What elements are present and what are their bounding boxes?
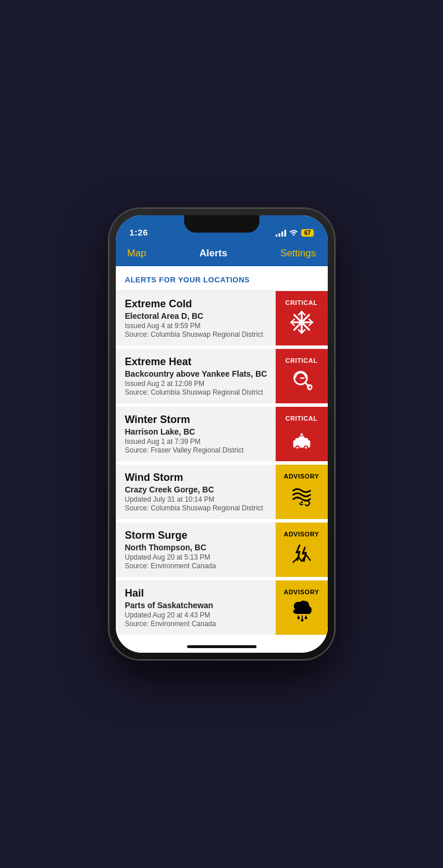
status-icons: 67 xyxy=(276,229,313,237)
alert-title-2: Winter Storm xyxy=(125,414,270,426)
alert-severity-label-2: CRITICAL xyxy=(285,415,317,422)
alert-icon-2 xyxy=(289,425,314,453)
alert-badge-2: CRITICAL xyxy=(276,407,328,461)
alert-source-3: Source: Columbia Shuswap Regional Distri… xyxy=(125,504,270,512)
alert-item[interactable]: Extreme Cold Electoral Area D, BC Issued… xyxy=(116,291,328,349)
alert-badge-3: ADVISORY xyxy=(276,465,328,519)
alert-badge-0: CRITICAL xyxy=(276,291,328,345)
notch xyxy=(184,215,259,233)
alert-severity-label-1: CRITICAL xyxy=(285,357,317,364)
alert-item[interactable]: Storm Surge North Thompson, BC Updated A… xyxy=(116,523,328,580)
section-title: ALERTS FOR YOUR LOCATIONS xyxy=(125,275,250,284)
alert-icon-1 xyxy=(289,367,314,395)
alert-badge-5: ADVISORY xyxy=(276,580,328,635)
alert-issued-1: Issued Aug 2 at 12:08 PM xyxy=(125,380,270,388)
alerts-list: Extreme Cold Electoral Area D, BC Issued… xyxy=(116,291,328,638)
content-area: ALERTS FOR YOUR LOCATIONS Extreme Cold E… xyxy=(116,266,328,653)
svg-point-23 xyxy=(301,501,303,503)
alert-source-2: Source: Fraser Valley Regional District xyxy=(125,446,270,454)
nav-map-link[interactable]: Map xyxy=(127,248,147,259)
alert-title-4: Storm Surge xyxy=(125,529,270,542)
alert-text-4: Storm Surge North Thompson, BC Updated A… xyxy=(116,523,276,577)
alert-location-2: Harrison Lake, BC xyxy=(125,427,270,436)
section-header: ALERTS FOR YOUR LOCATIONS xyxy=(116,266,328,291)
alert-source-5: Source: Environment Canada xyxy=(125,620,270,628)
alert-title-5: Hail xyxy=(125,587,270,599)
alert-issued-0: Issued Aug 4 at 9:59 PM xyxy=(125,322,270,330)
battery-indicator: 67 xyxy=(301,229,313,237)
nav-title: Alerts xyxy=(199,248,227,259)
alert-icon-0 xyxy=(289,310,314,337)
phone-frame: 1:26 67 Map Alerts Settings xyxy=(109,208,335,660)
alert-source-0: Source: Columbia Shuswap Regional Distri… xyxy=(125,330,270,339)
alert-text-3: Wind Storm Crazy Creek Gorge, BC Updated… xyxy=(116,465,276,519)
nav-bar: Map Alerts Settings xyxy=(116,241,328,266)
alert-icon-4 xyxy=(289,541,314,569)
svg-point-12 xyxy=(300,321,303,324)
alert-severity-label-5: ADVISORY xyxy=(284,589,319,595)
alert-icon-3 xyxy=(289,483,314,511)
status-time: 1:26 xyxy=(130,227,148,237)
alert-item[interactable]: Extreme Heat Backcountry above Yankee Fl… xyxy=(116,349,328,407)
alert-location-1: Backcountry above Yankee Flats, BC xyxy=(125,369,270,378)
alert-severity-label-0: CRITICAL xyxy=(285,299,317,306)
alert-severity-label-4: ADVISORY xyxy=(284,531,319,538)
nav-settings-link[interactable]: Settings xyxy=(280,248,316,259)
alert-title-3: Wind Storm xyxy=(125,472,270,484)
alert-badge-4: ADVISORY xyxy=(276,523,328,577)
alert-item[interactable]: Wind Storm Crazy Creek Gorge, BC Updated… xyxy=(116,465,328,523)
alert-badge-1: CRITICAL xyxy=(276,349,328,403)
svg-point-20 xyxy=(296,447,298,449)
alert-severity-label-3: ADVISORY xyxy=(284,473,319,480)
wifi-icon xyxy=(289,229,298,237)
svg-point-21 xyxy=(305,447,307,449)
alert-title-1: Extreme Heat xyxy=(125,356,270,368)
alert-location-3: Crazy Creek Gorge, BC xyxy=(125,485,270,494)
alert-source-1: Source: Columbia Shuswap Regional Distri… xyxy=(125,388,270,396)
alert-location-4: North Thompson, BC xyxy=(125,543,270,552)
alert-title-0: Extreme Cold xyxy=(125,298,270,310)
signal-bars-icon xyxy=(276,230,286,237)
home-indicator xyxy=(187,645,257,648)
alert-issued-2: Issued Aug 1 at 7:39 PM xyxy=(125,437,270,446)
alert-icon-5 xyxy=(289,599,314,627)
alert-item[interactable]: Winter Storm Harrison Lake, BC Issued Au… xyxy=(116,407,328,465)
svg-point-25 xyxy=(301,619,303,621)
svg-rect-17 xyxy=(295,438,308,442)
alert-item[interactable]: Hail Parts of Saskatchewan Updated Aug 2… xyxy=(116,580,328,638)
alert-location-0: Electoral Area D, BC xyxy=(125,311,270,321)
alert-issued-3: Updated July 31 at 10:14 PM xyxy=(125,495,270,503)
alert-issued-4: Updated Aug 20 at 5:13 PM xyxy=(125,553,270,561)
alert-issued-5: Updated Aug 20 at 4:43 PM xyxy=(125,611,270,619)
alert-source-4: Source: Environment Canada xyxy=(125,562,270,570)
alert-text-1: Extreme Heat Backcountry above Yankee Fl… xyxy=(116,349,276,403)
phone-screen: 1:26 67 Map Alerts Settings xyxy=(116,215,328,653)
alert-text-5: Hail Parts of Saskatchewan Updated Aug 2… xyxy=(116,580,276,635)
alert-text-2: Winter Storm Harrison Lake, BC Issued Au… xyxy=(116,407,276,461)
alert-location-5: Parts of Saskatchewan xyxy=(125,601,270,610)
alert-text-0: Extreme Cold Electoral Area D, BC Issued… xyxy=(116,291,276,345)
